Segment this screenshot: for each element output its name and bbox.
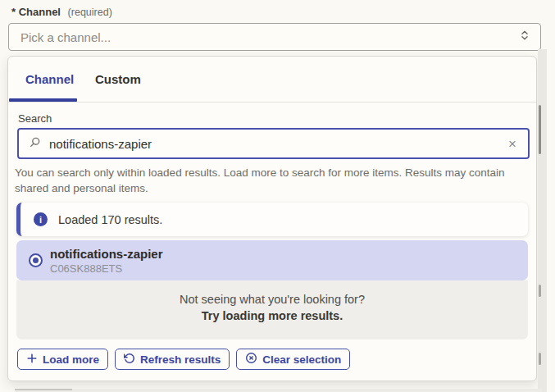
- clear-search-button[interactable]: ×: [505, 135, 520, 153]
- result-row-notifications-zapier[interactable]: notifications-zapier C06SK888ETS: [16, 240, 528, 280]
- result-name: notifications-zapier: [50, 247, 163, 261]
- result-texts: notifications-zapier C06SK888ETS: [50, 247, 163, 275]
- element-below-border: [15, 389, 72, 390]
- refresh-results-button[interactable]: Refresh results: [115, 349, 230, 370]
- select-placeholder: Pick a channel...: [20, 30, 519, 44]
- channel-select[interactable]: Pick a channel...: [8, 23, 541, 51]
- hint-question: Not seeing what you're looking for?: [16, 280, 528, 306]
- scrollbar-mark: [539, 285, 541, 297]
- required-marker: *: [11, 6, 16, 18]
- search-label: Search: [18, 112, 52, 125]
- chevron-up-down-icon: [519, 29, 530, 45]
- info-icon-glyph: i: [39, 215, 42, 225]
- field-label-text: Channel: [19, 6, 61, 18]
- tabs-divider: [8, 102, 536, 103]
- required-note: (required): [68, 7, 112, 18]
- load-more-button[interactable]: Load more: [17, 349, 108, 370]
- refresh-icon: [124, 353, 135, 367]
- load-more-label: Load more: [43, 353, 99, 366]
- clear-circle-icon: [245, 352, 257, 367]
- radio-dot: [33, 258, 39, 263]
- scrollbar-thumb[interactable]: [539, 105, 541, 154]
- search-input[interactable]: [41, 137, 505, 151]
- load-more-hint: Not seeing what you're looking for? Try …: [16, 280, 528, 340]
- info-icon: i: [34, 212, 48, 226]
- field-label: * Channel (required): [11, 6, 112, 18]
- clear-selection-button[interactable]: Clear selection: [236, 349, 350, 370]
- element-below-edge: [15, 389, 543, 392]
- search-icon: [29, 136, 41, 152]
- scrollbar-track[interactable]: [538, 49, 547, 392]
- channel-dropdown-panel: Channel Custom Search × You can search o…: [7, 56, 537, 381]
- hint-suggestion: Try loading more results.: [16, 309, 528, 322]
- search-box: ×: [17, 128, 530, 159]
- clear-selection-label: Clear selection: [262, 353, 341, 366]
- result-id: C06SK888ETS: [50, 262, 163, 275]
- search-help-text: You can search only within loaded result…: [15, 165, 525, 196]
- actions-row: Load more Refresh results: [17, 349, 350, 370]
- plus-icon: [26, 353, 38, 367]
- radio-selected-icon[interactable]: [29, 253, 43, 267]
- loaded-results-alert: i Loaded 170 results.: [16, 203, 528, 236]
- tab-channel[interactable]: Channel: [25, 72, 74, 86]
- refresh-results-label: Refresh results: [140, 353, 221, 366]
- scrollbar-mark: [539, 353, 541, 365]
- loaded-results-text: Loaded 170 results.: [58, 213, 162, 226]
- channel-picker-page: * Channel (required) Pick a channel... C…: [0, 0, 555, 392]
- tab-custom[interactable]: Custom: [95, 72, 141, 86]
